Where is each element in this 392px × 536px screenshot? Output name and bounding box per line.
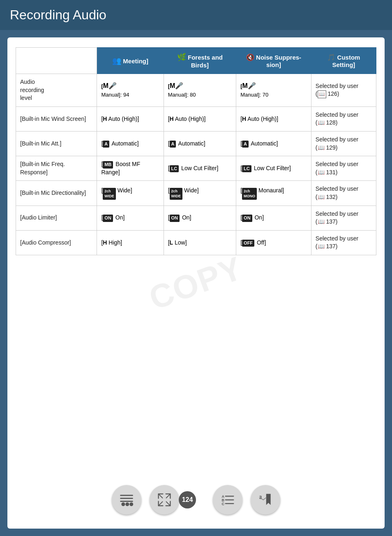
svg-point-5 xyxy=(121,502,125,506)
col-header-forests: 🌿 Forests and Birds] xyxy=(164,48,236,74)
page-title: Recording Audio xyxy=(10,7,106,22)
cell-custom-att: Selected by user(📖 129) xyxy=(311,131,376,156)
table-row: [Built-in Mic Att.] [A Automatic] [A Aut… xyxy=(16,131,376,156)
cell-noise-dir: [2chMONO Monaural] xyxy=(236,181,311,206)
col-header-noise: 🔇 Noise Suppres­sion] xyxy=(236,48,311,74)
row-label-audio-recording: Audiorecordinglevel xyxy=(16,74,97,107)
cell-forests-freq: [LC Low Cut Filter] xyxy=(164,156,236,181)
cell-meeting-att: [A Automatic] xyxy=(97,131,164,156)
cell-noise-wind: [H Auto (High)] xyxy=(236,106,311,131)
watermark: COPY xyxy=(144,249,248,317)
cell-custom-compressor: Selected by user(📖 137) xyxy=(311,230,376,255)
col-header-custom: 🎵 Custom Setting] xyxy=(311,48,376,74)
svg-line-6 xyxy=(159,494,163,498)
svg-point-3 xyxy=(129,502,133,506)
cell-noise-audio: [M🎤 Manual]: 70 xyxy=(236,74,311,107)
cell-noise-compressor: [OFF Off] xyxy=(236,230,311,255)
table-row: Audiorecordinglevel [M🎤 Manual]: 94 [M🎤 … xyxy=(16,74,376,107)
row-label-compressor: [Audio Compressor] xyxy=(16,230,97,255)
table-row: [Audio Compressor] [H High] [L Low] [OFF… xyxy=(16,230,376,255)
cell-meeting-limiter: [ON On] xyxy=(97,206,164,230)
cell-noise-limiter: [ON On] xyxy=(236,206,311,230)
row-label-att: [Built-in Mic Att.] xyxy=(16,131,97,156)
svg-line-8 xyxy=(166,502,171,506)
row-label-dir: [Built-in Mic Directionality] xyxy=(16,181,97,206)
abc-list-icon: A B C xyxy=(220,492,235,507)
col-header-empty xyxy=(16,48,97,74)
cell-custom-limiter: Selected by user(📖 137) xyxy=(311,206,376,230)
settings-table: 👥 Meet­ing] 🌿 Forests and Birds] 🔇 Noise… xyxy=(16,47,376,255)
bottom-navigation: 124 A B C 3 xyxy=(16,473,376,520)
cell-meeting-dir: [2chWIDE Wide] xyxy=(97,181,164,206)
cell-custom-audio: Selected by user(📖 126) xyxy=(311,74,376,107)
cell-forests-limiter: [ON On] xyxy=(164,206,236,230)
svg-text:C: C xyxy=(222,502,225,506)
svg-point-4 xyxy=(125,502,129,506)
expand-icon xyxy=(157,492,172,507)
cell-noise-freq: [LC Low Cut Filter] xyxy=(236,156,311,181)
cell-forests-dir: [2chWIDE Wide] xyxy=(164,181,236,206)
cell-meeting-wind: [H Auto (High)] xyxy=(97,106,164,131)
row-label-freq: [Built-in Mic Freq. Response] xyxy=(16,156,97,181)
cell-meeting-freq: [MB Boost MF Range] xyxy=(97,156,164,181)
svg-marker-17 xyxy=(266,494,271,505)
abc-list-button[interactable]: A B C xyxy=(213,485,242,515)
row-label-wind-screen: [Built-in Mic Wind Screen] xyxy=(16,106,97,131)
svg-line-7 xyxy=(166,494,171,498)
page-number-badge: 124 xyxy=(179,491,196,508)
cell-forests-wind: [H Auto (High)] xyxy=(164,106,236,131)
expand-button[interactable] xyxy=(150,485,179,515)
menu-icon xyxy=(119,492,134,507)
col-header-meeting: 👥 Meet­ing] xyxy=(97,48,164,74)
table-row: [Built-in Mic Freq. Response] [MB Boost … xyxy=(16,156,376,181)
cell-forests-audio: [M🎤 Manual]: 80 xyxy=(164,74,236,107)
cell-custom-freq: Selected by user(📖 131) xyxy=(311,156,376,181)
svg-line-9 xyxy=(159,502,163,506)
row-label-limiter: [Audio Limiter] xyxy=(16,206,97,230)
cell-meeting-compressor: [H High] xyxy=(97,230,164,255)
cell-forests-att: [A Automatic] xyxy=(164,131,236,156)
main-content: COPY 👥 Meet­ing] 🌿 Forests and Birds] 🔇 … xyxy=(7,37,385,529)
cell-custom-dir: Selected by user(📖 132) xyxy=(311,181,376,206)
table-row: [Built-in Mic Wind Screen] [H Auto (High… xyxy=(16,106,376,131)
bookmark-button[interactable]: 3 xyxy=(251,485,280,515)
table-row: [Built-in Mic Directionality] [2chWIDE W… xyxy=(16,181,376,206)
page-header: Recording Audio xyxy=(0,0,392,30)
menu-button[interactable] xyxy=(112,485,141,515)
svg-line-18 xyxy=(263,498,266,500)
bookmark-icon: 3 xyxy=(258,492,273,507)
cell-meeting-audio: [M🎤 Manual]: 94 xyxy=(97,74,164,107)
cell-noise-att: [A Automatic] xyxy=(236,131,311,156)
cell-forests-compressor: [L Low] xyxy=(164,230,236,255)
cell-custom-wind: Selected by user(📖 128) xyxy=(311,106,376,131)
table-row: [Audio Limiter] [ON On] [ON On] [ON On] … xyxy=(16,206,376,230)
